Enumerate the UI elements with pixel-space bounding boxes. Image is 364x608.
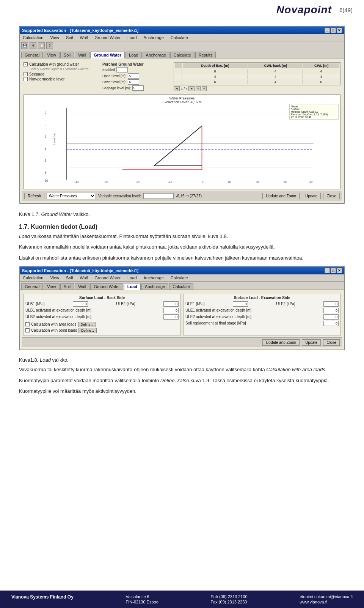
menu-view[interactable]: View — [49, 35, 61, 40]
tab2-calculate[interactable]: Calculate — [169, 283, 193, 290]
logo: Novapoint — [276, 4, 332, 16]
tab-bar-2: General View Soil Wall Ground Water Load… — [20, 282, 344, 290]
tab-soil[interactable]: Soil — [60, 52, 74, 58]
load-close-btn[interactable]: Close — [323, 339, 340, 346]
calc-gw-checkbox[interactable] — [24, 62, 28, 66]
nonperm-checkbox[interactable] — [24, 77, 28, 81]
menu2-groundwater[interactable]: Ground Water — [93, 275, 122, 280]
menu-load[interactable]: Load — [126, 35, 138, 40]
tab-load[interactable]: Load — [126, 52, 141, 58]
menu2-view[interactable]: View — [49, 275, 61, 280]
row2-idx — [175, 74, 182, 79]
nav-del-btn[interactable]: − — [202, 86, 207, 91]
main-content: Supported Excavation - [Tukiseinä_käyttö… — [0, 18, 364, 406]
close-win-btn[interactable]: ✕ — [337, 28, 342, 33]
seepage-level-input[interactable] — [132, 85, 144, 91]
variable-input[interactable] — [143, 193, 174, 199]
window-controls-1[interactable]: _ □ ✕ — [325, 28, 342, 33]
nonperm-label: Non-permeable layer — [29, 77, 64, 81]
tab-calculate[interactable]: Calculate — [170, 52, 195, 58]
update-button[interactable]: Update — [302, 193, 321, 199]
minimize-btn[interactable]: _ — [325, 28, 330, 33]
tab2-groundwater[interactable]: Ground Water — [90, 283, 123, 290]
gw-bottom-toolbar: Refresh Water Pressures Variable excavat… — [22, 191, 342, 201]
menu2-load[interactable]: Load — [126, 275, 138, 280]
maximize-btn[interactable]: □ — [331, 28, 336, 33]
maximize-btn-2[interactable]: □ — [331, 268, 336, 273]
footer-contact-col: etunimi.sukunimi@vianova.fi www.vianova.… — [300, 594, 353, 604]
soil-replace-input[interactable] — [323, 321, 339, 326]
tab2-general[interactable]: General — [21, 283, 43, 290]
tab-groundwater[interactable]: Ground Water — [90, 52, 125, 58]
load-update-zoom-btn[interactable]: Update and Zoom — [262, 339, 300, 346]
tab-results[interactable]: Results — [195, 52, 216, 58]
menu-soil[interactable]: Soil — [64, 35, 74, 40]
row3-gwlback: 4 — [248, 80, 303, 84]
tab2-soil[interactable]: Soil — [60, 283, 74, 290]
menu-groundwater[interactable]: Ground Water — [93, 35, 122, 40]
upper-level-input[interactable] — [128, 73, 139, 79]
tab2-anchorage[interactable]: Anchorage — [141, 283, 168, 290]
menu2-calculation[interactable]: Calculation — [21, 275, 45, 280]
window-controls-2[interactable]: _ □ ✕ — [325, 268, 342, 273]
tab-anchorage[interactable]: Anchorage — [143, 52, 169, 58]
nav-next-btn[interactable]: ► — [188, 86, 195, 91]
lower-level-input[interactable] — [128, 79, 139, 85]
display-select[interactable]: Water Pressures — [47, 193, 96, 199]
menu-calculate[interactable]: Calculate — [169, 35, 190, 40]
menu2-soil[interactable]: Soil — [64, 275, 74, 280]
nav-prev-btn[interactable]: ◄ — [174, 86, 180, 91]
seepage-checkbox[interactable] — [24, 72, 28, 76]
caption-1: Kuva 1.7. Ground Water valikko. — [19, 211, 345, 218]
tab-general[interactable]: General — [21, 52, 43, 58]
print-icon[interactable]: 🖨 — [30, 42, 36, 49]
area-loads-define-btn[interactable]: Define .. — [78, 322, 96, 327]
ulb1-row: ULB1 [kPa] ULB2 [kPa] — [25, 301, 179, 307]
area-loads-checkbox[interactable] — [25, 322, 30, 326]
ulb2-depth-input[interactable] — [163, 314, 179, 320]
menu2-wall[interactable]: Wall — [78, 275, 89, 280]
caption1-italic: Ground Water — [41, 211, 72, 217]
tab-view[interactable]: View — [44, 52, 60, 58]
ule2-label: ULE2 [kPa] — [276, 302, 295, 306]
update-zoom-button[interactable]: Update and Zoom — [262, 193, 300, 199]
nav-add-btn[interactable]: + — [196, 86, 201, 91]
save-icon[interactable]: 💾 — [21, 42, 28, 49]
excavation-value: -6,15 m (27/27) — [176, 194, 202, 198]
help-icon[interactable]: ? — [46, 42, 53, 49]
copy-icon[interactable]: 📋 — [38, 42, 45, 49]
ulb1-input[interactable] — [73, 301, 88, 307]
load-update-btn[interactable]: Update — [302, 339, 321, 346]
ule2-depth-input[interactable] — [323, 314, 339, 320]
close-win-btn-2[interactable]: ✕ — [337, 268, 342, 273]
menu-anchorage[interactable]: Anchorage — [142, 35, 165, 40]
tab2-view[interactable]: View — [44, 283, 60, 290]
row1-depth: 0 — [183, 69, 248, 74]
ulb2-label: ULB2 [kPa] — [116, 302, 135, 306]
tab2-load[interactable]: Load — [124, 283, 141, 290]
enabled-input[interactable] — [116, 67, 128, 72]
ule1-depth-row: ULE1 activated at excavation depth [m] — [185, 308, 339, 313]
minimize-btn-2[interactable]: _ — [325, 268, 330, 273]
menu-calculation[interactable]: Calculation — [21, 35, 45, 40]
menu-wall[interactable]: Wall — [78, 35, 89, 40]
perched-gw-panel: Perched Ground Water Enabled Upper level… — [102, 62, 171, 91]
point-loads-define-btn[interactable]: Define .. — [78, 328, 97, 333]
refresh-button[interactable]: Refresh — [24, 193, 44, 199]
section-heading: Kuormien tiedot (Load) — [31, 224, 97, 230]
point-loads-checkbox[interactable] — [25, 328, 30, 332]
ulb2-input[interactable] — [163, 301, 179, 307]
tab2-wall[interactable]: Wall — [75, 283, 89, 290]
row2-gwl: 4 — [303, 74, 339, 79]
ulb1-depth-input[interactable] — [163, 308, 179, 313]
menu2-calculate[interactable]: Calculate — [169, 275, 190, 280]
menu2-anchorage[interactable]: Anchorage — [142, 275, 165, 280]
back-side-panel: Surface Load - Back Side ULB1 [kPa] ULB2… — [24, 294, 180, 336]
row1-gwlback: 4 — [248, 69, 303, 74]
table-row: 4 4 4 — [175, 74, 339, 79]
ule2-input[interactable] — [323, 301, 339, 307]
ule1-depth-input[interactable] — [323, 308, 339, 313]
close-button-1[interactable]: Close — [323, 193, 340, 199]
ule1-input[interactable] — [233, 301, 248, 307]
tab-wall[interactable]: Wall — [75, 52, 89, 58]
